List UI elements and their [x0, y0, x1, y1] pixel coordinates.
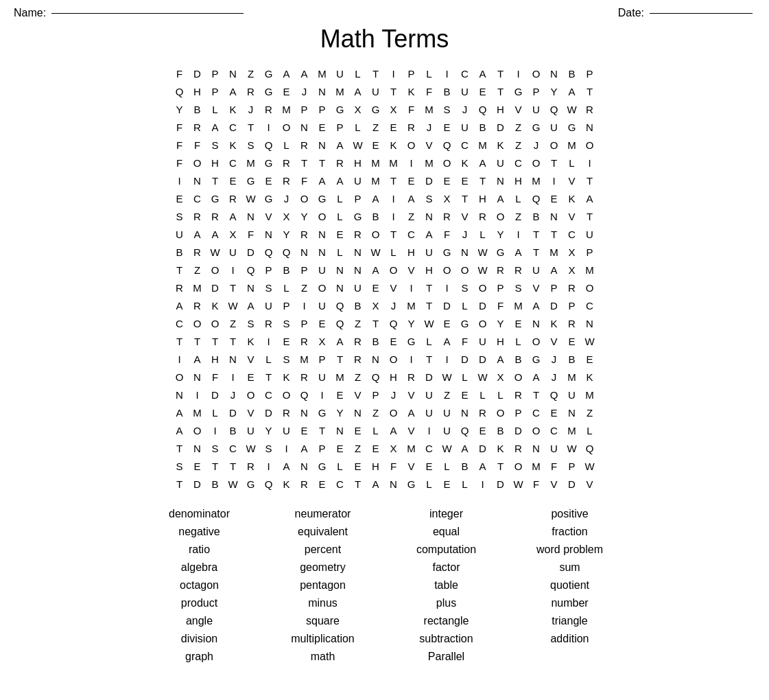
grid-cell: A	[278, 65, 296, 82]
grid-cell: C	[510, 154, 528, 172]
grid-cell: N	[331, 279, 349, 296]
grid-cell: R	[331, 154, 349, 172]
grid-cell: U	[456, 118, 474, 136]
grid-cell: N	[349, 261, 367, 279]
grid-cell: U	[492, 154, 510, 172]
grid-cell: I	[581, 154, 599, 172]
grid-cell: K	[456, 154, 474, 172]
grid-cell: G	[528, 350, 545, 368]
grid-cell: A	[278, 457, 296, 475]
grid-cell: Z	[403, 207, 421, 225]
grid-cell: T	[224, 279, 242, 296]
grid-cell: A	[331, 172, 349, 189]
grid-cell: A	[563, 82, 581, 100]
grid-cell: P	[510, 404, 528, 421]
grid-cell: W	[581, 332, 599, 350]
grid-cell: F	[421, 82, 438, 100]
grid-cell: O	[510, 457, 528, 475]
grid-cell: F	[385, 457, 403, 475]
grid-cell: W	[421, 314, 438, 332]
grid-cell: B	[189, 100, 206, 118]
grid-cell: I	[510, 225, 528, 243]
grid-cell: O	[278, 386, 296, 404]
grid-cell: D	[189, 475, 206, 493]
grid-cell: T	[581, 82, 599, 100]
grid-cell: E	[438, 172, 456, 189]
grid-cell: H	[349, 154, 367, 172]
grid-cell: U	[171, 225, 189, 243]
grid-cell: L	[367, 421, 385, 439]
grid-cell: V	[242, 350, 260, 368]
grid-cell: O	[581, 136, 599, 154]
grid-cell: Q	[474, 100, 492, 118]
grid-cell: O	[189, 154, 206, 172]
grid-cell: O	[528, 332, 545, 350]
grid-cell: N	[545, 207, 563, 225]
grid-cell: R	[474, 404, 492, 421]
grid-cell: I	[385, 207, 403, 225]
grid-cell: D	[206, 386, 224, 404]
grid-cell: N	[492, 172, 510, 189]
grid-cell: T	[385, 82, 403, 100]
grid-cell: R	[242, 457, 260, 475]
grid-cell: T	[349, 475, 367, 493]
grid-cell: Q	[385, 314, 403, 332]
grid-cell: D	[474, 350, 492, 368]
grid-cell: C	[260, 386, 278, 404]
grid-cell: B	[278, 261, 296, 279]
grid-cell: M	[403, 296, 421, 314]
grid-cell: I	[403, 154, 421, 172]
grid-cell: N	[189, 439, 206, 457]
grid-cell: U	[456, 82, 474, 100]
grid-cell: O	[206, 314, 224, 332]
grid-cell: J	[385, 296, 403, 314]
grid-cell: I	[545, 172, 563, 189]
word-item: product	[138, 596, 261, 611]
grid-cell: T	[385, 225, 403, 243]
grid-cell: T	[171, 439, 189, 457]
grid-cell: R	[189, 243, 206, 261]
grid-cell: X	[385, 100, 403, 118]
grid-cell: E	[260, 172, 278, 189]
grid-cell: T	[206, 172, 224, 189]
grid-cell: J	[456, 225, 474, 243]
grid-cell: G	[367, 100, 385, 118]
grid-cell: A	[331, 332, 349, 350]
grid-cell: J	[224, 386, 242, 404]
grid-cell: A	[474, 457, 492, 475]
word-item: negative	[138, 524, 261, 539]
grid-cell: O	[296, 189, 313, 207]
grid-cell: B	[456, 457, 474, 475]
grid-cell: F	[242, 225, 260, 243]
grid-cell: P	[349, 189, 367, 207]
grid-cell: L	[456, 475, 474, 493]
grid-cell: Q	[367, 368, 385, 386]
grid-cell: E	[367, 136, 385, 154]
grid-cell: W	[349, 136, 367, 154]
grid-cell: O	[385, 404, 403, 421]
grid-cell: T	[421, 350, 438, 368]
grid-cell: O	[528, 421, 545, 439]
grid-cell: T	[545, 154, 563, 172]
grid-cell: A	[581, 189, 599, 207]
grid-cell: N	[581, 314, 599, 332]
grid-cell: X	[367, 296, 385, 314]
grid-cell: N	[563, 404, 581, 421]
grid-cell: K	[403, 82, 421, 100]
grid-cell: Q	[242, 261, 260, 279]
grid-cell: F	[189, 136, 206, 154]
grid-cell: P	[313, 439, 331, 457]
grid-cell: M	[474, 136, 492, 154]
grid-cell: Z	[224, 314, 242, 332]
grid-cell: A	[224, 82, 242, 100]
grid-cell: O	[528, 65, 545, 82]
grid-cell: A	[403, 404, 421, 421]
grid-cell: E	[331, 225, 349, 243]
grid-cell: E	[474, 82, 492, 100]
grid-cell: W	[510, 475, 528, 493]
grid-cell: I	[421, 421, 438, 439]
grid-cell: Y	[278, 225, 296, 243]
word-item: geometry	[261, 560, 385, 575]
grid-cell: E	[545, 404, 563, 421]
grid-cell: X	[438, 189, 456, 207]
